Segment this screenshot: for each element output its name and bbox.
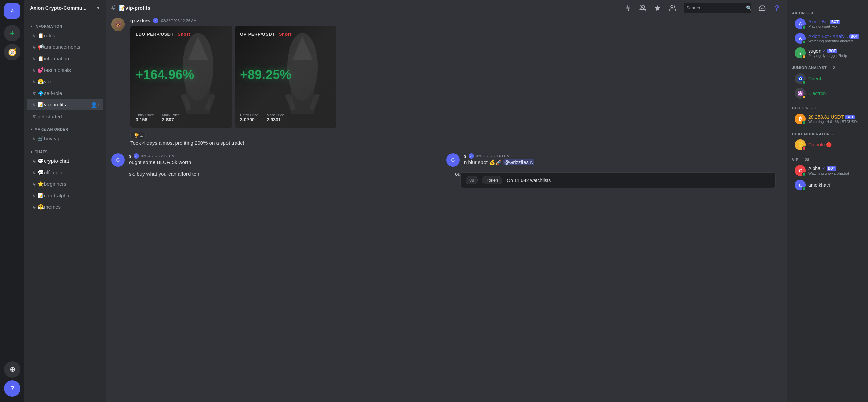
channel-list: ▼ INFORMATION # 📋rules # 📢announcements … [24,16,106,402]
member-avatar-electron: ⚛️ [795,88,806,99]
help-icon[interactable]: ? [773,4,781,12]
member-name: sugon [808,48,821,54]
channel-memes[interactable]: # 😤memes [27,201,103,213]
channel-icon: # [33,67,36,73]
channel-announcements[interactable]: # 📢announcements [27,41,103,53]
member-cuthulu[interactable]: 🪙 Cuthulu 🔴 [789,138,865,152]
channel-icon: # [33,102,36,108]
channel-buy-vip[interactable]: # 🛒buy-vip [27,133,103,144]
search-icon: 🔍 [746,5,752,11]
channel-testimonials[interactable]: # 💕testimonials [27,64,103,76]
channel-icon: # [33,204,36,210]
server-icon-axion[interactable]: A [4,3,20,19]
hashtag-icon[interactable] [624,4,632,12]
channel-icon: # [33,113,36,119]
avatar: 🐻 [111,18,125,31]
channel-icon: # [33,169,36,176]
verified-badge-left: ✓ [134,153,139,159]
member-name: amolkhatri [808,182,830,188]
svg-line-2 [627,5,628,11]
channel-get-started[interactable]: # get-started [27,110,103,122]
member-axion-bot[interactable]: A Axion Bot BOT Playing %get_vip [789,17,865,31]
partial-text-right: n blur spot 💰🚀 @Grizzlies N [464,159,534,165]
status-indicator [802,187,806,191]
popup-token-button[interactable]: Token [482,176,502,184]
channel-chart-alpha[interactable]: # 📝chart-alpha [27,190,103,201]
chevron-down-icon: ▼ [96,6,100,11]
member-category-axion: AXION — 3 [787,5,868,16]
hash-icon: # [111,4,115,12]
partial-timestamp-left: 02/14/2023 2:17 PM [141,154,175,158]
message-group: 🐻 grizzlies ✓ 02/28/2023 12:26 AM [106,16,787,149]
partial-text-row: sk, buy what you can afford to r out in … [106,169,787,178]
member-axion-bot-analy[interactable]: A Axion Bot - Analy... BOT Watching pote… [789,31,865,45]
inline-popup: 88 Token On 11,642 watchlists [460,172,776,188]
channel-vip[interactable]: # 😤vip [27,76,103,87]
svg-point-5 [671,5,673,8]
member-electron[interactable]: ⚛️ Electron [789,86,865,100]
server-header[interactable]: Axion Crypto-Commu... ▼ [24,0,106,16]
member-cherif[interactable]: 🧿 Cherif [789,72,865,86]
category-label: CHATS [34,150,48,154]
pin-icon[interactable] [654,4,662,12]
channel-title: 📝vip-profits [119,5,150,11]
partial-author-left: s [129,153,132,159]
channel-icon: # [33,158,36,164]
channel-self-role[interactable]: # 💠self-role [27,87,103,99]
server-icon-discover[interactable]: 🧭 [4,44,20,60]
bell-slash-icon[interactable] [639,4,647,12]
member-avatar-amolkhatri: a [795,180,806,190]
server-name: Axion Crypto-Commu... [30,5,87,11]
member-category-vip: VIP — 28 [787,152,868,163]
member-avatar-bitcoin: ₿ [795,114,806,124]
card-profit-2: +89.25% [240,67,331,82]
member-avatar-cuthulu: 🪙 [795,139,806,150]
category-make-an-order[interactable]: ▼ MAKE AN ORDER [24,122,106,133]
category-chats[interactable]: ▼ CHATS [24,144,106,155]
member-info-axion-bot: Axion Bot BOT Playing %get_vip [808,19,863,28]
message-timestamp: 02/28/2023 12:26 AM [161,19,197,23]
channel-vip-profits[interactable]: # 📝vip-profits 👤+ [27,99,103,110]
server-icon-profile[interactable]: ? [4,380,20,397]
trading-card-2: OP PERP/USDT Short +89.25% Entry Price 3… [235,26,336,128]
card-prices-1: Entry Price 3.156 Mark Price 2.807 [136,113,226,122]
member-category-chat-moderator: CHAT MODERATOR — 1 [787,126,868,137]
member-amolkhatri[interactable]: a amolkhatri [789,178,865,192]
verified-badge: ✓ [153,18,158,23]
member-bitcoin-bot[interactable]: ₿ 28,258.81 USDT BOT Watching +4.61 % | … [789,112,865,126]
channel-information[interactable]: # 📋information [27,53,103,64]
members-icon[interactable] [669,4,677,12]
card-pair-1: LDO PERP/USDT Short [136,32,226,37]
bot-badge: BOT [827,49,837,53]
reaction-button[interactable]: 🏆 4 [130,132,146,139]
inbox-icon[interactable] [758,4,766,12]
status-indicator [802,80,806,84]
channel-off-topic[interactable]: # 💬off-topic [27,167,103,178]
channel-crypto-chat[interactable]: # 💬crypto-chat [27,155,103,167]
member-alpha[interactable]: α Alpha ✓ BOT Watching www.alpha.bot [789,163,865,178]
channel-beginners[interactable]: # ⭐beginners [27,178,103,190]
search-input[interactable] [686,5,743,11]
channel-icon: # [33,181,36,187]
svg-line-4 [640,5,646,11]
partial-avatar-right: G [446,153,460,167]
channel-rules[interactable]: # 📋rules [27,30,103,41]
channel-icon: # [33,56,36,62]
server-icon-add[interactable]: + [4,25,20,41]
category-information[interactable]: ▼ INFORMATION [24,19,106,30]
search-bar[interactable]: 🔍 [684,3,751,13]
svg-line-3 [629,5,629,11]
svg-rect-14 [291,87,314,114]
bot-badge: BOT [845,115,855,119]
server-icon-settings[interactable]: ⊕ [4,361,20,378]
channel-icon: # [33,90,36,96]
add-member-icon[interactable]: 👤+ [91,102,100,108]
member-activity: Watching www.alpha.bot [808,171,863,175]
category-label: INFORMATION [34,24,62,28]
status-indicator [802,55,806,59]
messages-scroll[interactable]: 🐻 grizzlies ✓ 02/28/2023 12:26 AM [106,16,787,402]
checkmark-icon: ✓ [822,166,825,171]
status-indicator [802,40,806,44]
member-sugon[interactable]: ⬥ sugon ✓ BOT Playing dyno.gg | ?help [789,46,865,60]
member-info-sugon: sugon ✓ BOT Playing dyno.gg | ?help [808,48,863,58]
